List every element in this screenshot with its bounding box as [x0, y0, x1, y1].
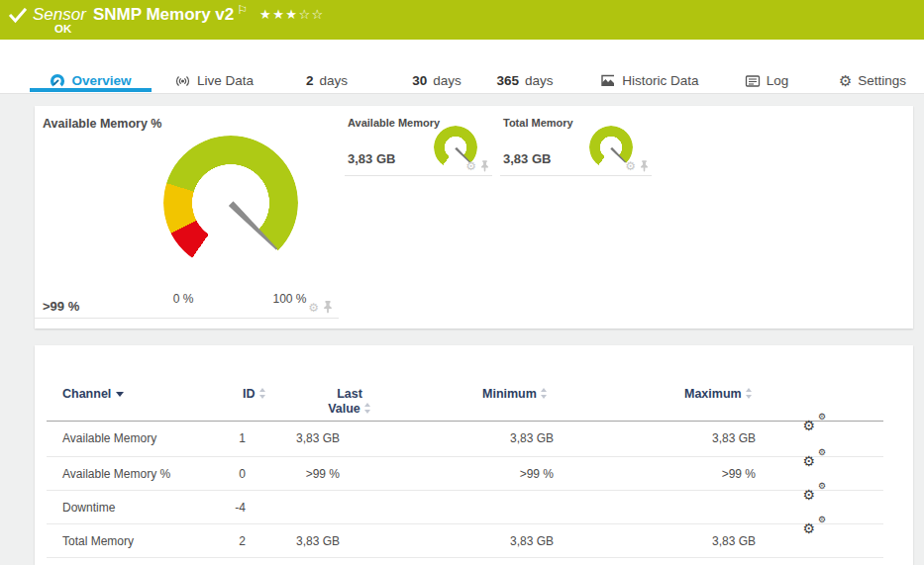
channels-table-card: Channel ID Last Value Minimum Maximum Av… — [35, 345, 913, 565]
object-kind-label: Sensor — [33, 5, 86, 25]
gauge-widget-available-memory: Available Memory 3,83 GB ⚙ — [345, 106, 492, 176]
pin-icon[interactable] — [480, 160, 489, 172]
gauge-min-label: 0 % — [158, 292, 208, 306]
gauge-title: Total Memory — [503, 117, 573, 129]
tab-365-days-unit: days — [525, 73, 554, 88]
gauge-widget-available-memory-pct: Available Memory % 0 % 100 % >99 % ⚙ — [35, 106, 339, 319]
channel-id: 2 — [185, 524, 246, 558]
tab-30-days[interactable]: 30 days — [404, 70, 469, 91]
tab-2-days[interactable]: 2 days — [297, 70, 357, 91]
channel-maximum: 3,83 GB — [607, 524, 756, 558]
tab-30-days-number: 30 — [412, 73, 427, 88]
tab-365-days-number: 365 — [496, 73, 519, 88]
sort-caret-down-icon — [116, 392, 124, 397]
tab-historic-data[interactable]: Historic Data — [596, 70, 703, 91]
channel-id: 1 — [185, 422, 246, 455]
ok-check-icon — [9, 8, 27, 28]
channel-name: Available Memory % — [62, 457, 170, 491]
gauge-value: >99 % — [43, 299, 79, 314]
channel-last-value — [241, 491, 340, 524]
gear-icon: ⚙ — [839, 73, 852, 88]
channel-minimum: 3,83 GB — [405, 422, 554, 455]
channel-minimum — [405, 491, 554, 524]
table-row-total-memory[interactable]: Total Memory 2 3,83 GB 3,83 GB 3,83 GB ⚙… — [47, 524, 883, 558]
overview-gauges-card: Available Memory % 0 % 100 % >99 % ⚙ Ava… — [35, 106, 913, 329]
tab-log[interactable]: Log — [741, 70, 792, 91]
tab-live-data[interactable]: Live Data — [168, 70, 259, 91]
tab-2-days-number: 2 — [306, 73, 314, 88]
sort-icon — [259, 388, 266, 399]
channel-last-value: >99 % — [241, 457, 340, 491]
column-header-value-label: Value — [328, 402, 360, 416]
gauge-arc — [163, 136, 298, 270]
live-broadcast-icon — [174, 73, 191, 89]
tab-settings-label: Settings — [858, 73, 906, 88]
column-header-minimum[interactable]: Minimum — [482, 387, 548, 401]
channel-minimum: >99 % — [405, 457, 554, 491]
tab-live-data-label: Live Data — [197, 73, 254, 88]
column-header-last-value[interactable]: Last Value — [314, 387, 385, 417]
column-header-channel-label: Channel — [62, 387, 111, 401]
channel-last-value: 3,83 GB — [241, 524, 340, 558]
table-row-available-memory-pct[interactable]: Available Memory % 0 >99 % >99 % >99 % ⚙… — [47, 457, 883, 491]
widget-settings-gear-icon[interactable]: ⚙ — [465, 160, 476, 172]
channel-maximum — [607, 491, 756, 524]
channel-minimum: 3,83 GB — [405, 524, 554, 558]
radial-gauge — [163, 136, 298, 270]
tab-365-days[interactable]: 365 days — [489, 70, 561, 91]
prtg-sensor-page: Sensor SNMP Memory v2 ⚐ ★★★☆☆ OK Overvie… — [0, 0, 924, 565]
channel-name: Total Memory — [62, 524, 134, 558]
gauge-widget-total-memory: Total Memory 3,83 GB ⚙ — [500, 106, 652, 176]
gauge-value: 3,83 GB — [348, 151, 395, 166]
channel-id: 0 — [185, 457, 246, 491]
log-list-icon — [745, 74, 761, 88]
tab-30-days-unit: days — [433, 73, 462, 88]
table-row-downtime[interactable]: Downtime -4 ⚙⚙ — [47, 491, 883, 524]
column-header-minimum-label: Minimum — [482, 387, 537, 401]
tab-settings[interactable]: ⚙ Settings — [834, 70, 911, 91]
sensor-status-header: Sensor SNMP Memory v2 ⚐ ★★★☆☆ OK — [0, 0, 924, 40]
channel-name: Available Memory — [62, 422, 156, 455]
table-row-available-memory[interactable]: Available Memory 1 3,83 GB 3,83 GB 3,83 … — [47, 422, 883, 457]
tab-overview-label: Overview — [71, 73, 131, 88]
column-header-id-label: ID — [243, 387, 256, 401]
sensor-title: SNMP Memory v2 — [93, 5, 234, 25]
column-header-id[interactable]: ID — [243, 387, 266, 401]
area-chart-icon — [600, 73, 616, 89]
column-header-channel[interactable]: Channel — [62, 387, 124, 401]
tab-bar: Overview Live Data 2 days 30 days 365 da… — [0, 40, 924, 94]
channel-name: Downtime — [62, 491, 115, 524]
status-badge: OK — [54, 23, 71, 35]
pin-icon[interactable] — [323, 301, 333, 314]
gauge-icon — [50, 73, 65, 89]
flag-icon: ⚐ — [237, 3, 248, 17]
widget-settings-gear-icon[interactable]: ⚙ — [308, 302, 319, 314]
channel-maximum: 3,83 GB — [607, 422, 756, 455]
column-header-last-label: Last — [337, 387, 362, 401]
gauge-title: Available Memory — [348, 117, 440, 129]
channel-last-value: 3,83 GB — [241, 422, 340, 455]
sort-icon — [364, 403, 371, 414]
active-tab-underline — [30, 88, 152, 92]
tab-2-days-unit: days — [319, 73, 348, 88]
column-header-maximum-label: Maximum — [684, 387, 742, 401]
tab-log-label: Log — [767, 73, 789, 88]
gauge-title: Available Memory % — [43, 117, 161, 131]
column-header-maximum[interactable]: Maximum — [684, 387, 753, 401]
sort-icon — [746, 388, 753, 399]
widget-settings-gear-icon[interactable]: ⚙ — [625, 160, 636, 172]
channel-id: -4 — [185, 491, 246, 524]
priority-stars[interactable]: ★★★☆☆ — [259, 7, 325, 22]
tab-historic-data-label: Historic Data — [622, 73, 698, 88]
sort-icon — [541, 388, 548, 399]
channel-maximum: >99 % — [607, 457, 756, 491]
pin-icon[interactable] — [640, 160, 649, 172]
gauge-value: 3,83 GB — [503, 151, 551, 166]
